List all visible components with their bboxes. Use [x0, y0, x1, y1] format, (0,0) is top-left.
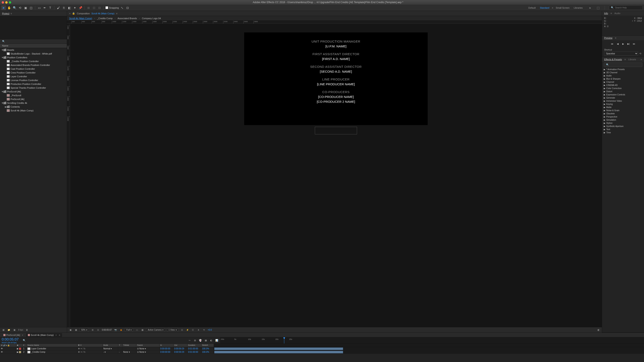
- project-item[interactable]: ▼PreScroll [4k]: [0, 90, 67, 94]
- show-channel-icon[interactable]: ◉: [119, 328, 123, 332]
- clone-tool[interactable]: ⎘: [62, 5, 66, 10]
- effect-category[interactable]: ▶Obsolete: [602, 112, 644, 115]
- more-tabs-icon[interactable]: »: [641, 58, 642, 61]
- flowchart-crumb[interactable]: Company Logo 04: [142, 17, 161, 19]
- composition-name[interactable]: Scroll 4k (Main Comp): [92, 12, 114, 15]
- axis-view-icon[interactable]: ⊟: [97, 5, 102, 10]
- project-item[interactable]: Scroll 4k (Main Comp): [0, 109, 67, 112]
- eraser-tool[interactable]: ◧: [67, 5, 72, 10]
- shy-icon[interactable]: 👻: [198, 339, 202, 343]
- text-tool[interactable]: T: [48, 5, 52, 10]
- selection-tool[interactable]: ➤: [1, 5, 6, 10]
- reset-shortcut-icon[interactable]: ⟲: [639, 52, 642, 55]
- views-dropdown[interactable]: 1 View ▾: [167, 328, 178, 332]
- roto-tool[interactable]: ✦: [72, 5, 77, 10]
- axis-world-icon[interactable]: ⊡: [92, 5, 96, 10]
- solo-column-icon[interactable]: ●: [6, 344, 7, 347]
- viewer-timecode[interactable]: 0:00:05:07: [102, 329, 112, 331]
- project-item[interactable]: ▼Position Controllers: [0, 56, 67, 59]
- last-frame-button[interactable]: ⏭: [632, 42, 636, 46]
- effect-category[interactable]: ▶3D Channel: [602, 71, 644, 74]
- effect-category[interactable]: ▶Expression Controls: [602, 93, 644, 96]
- effects-presets-tab[interactable]: Effects & Presets: [604, 58, 622, 61]
- effect-category[interactable]: ▶Simulation: [602, 118, 644, 122]
- timeline-tab[interactable]: Scroll 4k (Main Comp)×≡: [26, 333, 62, 337]
- snap-option-2-icon[interactable]: ⊡: [125, 5, 130, 10]
- effect-category[interactable]: ▶Keying: [602, 103, 644, 106]
- timeline-tabs[interactable]: PreScroll [4k]×Scroll 4k (Main Comp)×≡: [0, 333, 644, 337]
- effect-category[interactable]: ▶Matte: [602, 106, 644, 109]
- timeline-tab[interactable]: PreScroll [4k]×: [2, 333, 25, 337]
- timeline-search[interactable]: 🔍: [21, 339, 28, 343]
- flowchart-crumb[interactable]: Scroll 4k (Main Comp): [69, 17, 92, 19]
- camera-tool[interactable]: ▣: [23, 5, 28, 10]
- timeline-timecode[interactable]: 0:00:05:07: [2, 337, 18, 342]
- puppet-tool[interactable]: 📌: [78, 5, 83, 10]
- rotation-tool[interactable]: ⟲: [18, 5, 22, 10]
- brush-tool[interactable]: 🖌: [56, 5, 61, 10]
- sync-settings-icon[interactable]: ⬚: [596, 5, 600, 10]
- new-comp-icon[interactable]: ▣: [13, 328, 16, 332]
- safe-zones-icon[interactable]: ⊞: [91, 328, 94, 332]
- composition-canvas[interactable]: UNIT PRODUCTION MANAGER[U.P.M. NAME]FIRS…: [70, 23, 602, 327]
- flowchart-crumb[interactable]: _Credits Comp: [97, 17, 112, 19]
- camera-dropdown[interactable]: Active Camera ▾: [146, 328, 165, 332]
- effect-category[interactable]: ▶Immersive Video: [602, 99, 644, 103]
- effect-category[interactable]: ▶CINEMA 4D: [602, 84, 644, 87]
- new-folder-icon[interactable]: 📁: [7, 328, 10, 332]
- project-item[interactable]: StudioBinder Logo - Stacked - White.pdf: [0, 52, 67, 56]
- resolution-dropdown[interactable]: Full ▾: [125, 328, 133, 332]
- roi-icon[interactable]: ▭: [135, 328, 138, 332]
- current-time-indicator[interactable]: [284, 337, 284, 344]
- minimize-window-icon[interactable]: [5, 1, 8, 3]
- project-column-name[interactable]: Name: [0, 44, 67, 48]
- close-tab-icon[interactable]: ×: [69, 12, 70, 15]
- switches-icon-2[interactable]: ✦: [80, 344, 82, 347]
- project-item[interactable]: Production Position Controller: [0, 82, 67, 86]
- timeline-layer-row[interactable]: 👁 ▶ 1 Layer Controller ✱ ✦ / fx Normal ▾…: [0, 347, 644, 351]
- info-tab[interactable]: Info: [604, 12, 608, 14]
- timeline-ruler[interactable]: :00s5s10s15s20s25s: [220, 337, 644, 344]
- project-tree[interactable]: ▼AssetsStudioBinder Logo - Stacked - Whi…: [0, 48, 67, 327]
- project-item[interactable]: Special Thanks Position Controller: [0, 86, 67, 90]
- rectangle-tool[interactable]: ▭: [37, 5, 42, 10]
- effects-search[interactable]: 🔍: [604, 63, 642, 67]
- comp-marker-icon[interactable]: ◧: [597, 328, 600, 332]
- draft-3d-icon[interactable]: ⊞: [193, 339, 197, 343]
- effect-category[interactable]: ▶Distort: [602, 90, 644, 93]
- pen-tool[interactable]: ✒: [42, 5, 47, 10]
- next-frame-button[interactable]: ▶|: [627, 42, 630, 46]
- project-item[interactable]: Associated Brands Positioin Controller: [0, 63, 67, 67]
- play-button[interactable]: ▶: [621, 42, 625, 46]
- transparency-grid-icon[interactable]: ▦: [74, 328, 78, 332]
- workspace-more-icon[interactable]: »: [588, 5, 592, 10]
- effect-category[interactable]: ▶Noise & Grain: [602, 109, 644, 112]
- project-item[interactable]: Cast Position Controller: [0, 67, 67, 71]
- panel-menu-icon[interactable]: ≡: [116, 12, 117, 15]
- workspace-tab-small-screen[interactable]: Small Screen: [554, 6, 571, 10]
- workspace-menu-icon[interactable]: ≡: [552, 6, 553, 9]
- zoom-tool[interactable]: 🔍: [12, 5, 17, 10]
- project-item[interactable]: _PreScroll: [0, 94, 67, 97]
- reset-exposure-icon[interactable]: ⟲: [202, 328, 206, 332]
- first-frame-button[interactable]: ⏮: [610, 42, 614, 46]
- lock-icon[interactable]: 🔒: [72, 12, 75, 15]
- flowchart-crumb[interactable]: Associated Brands: [118, 17, 137, 19]
- effect-category[interactable]: ▶Color Correction: [602, 87, 644, 90]
- comp-mini-flowchart-icon[interactable]: ⤳: [188, 339, 191, 343]
- effect-category[interactable]: ▶* Animation Presets: [602, 68, 644, 71]
- close-window-icon[interactable]: [2, 1, 4, 3]
- motion-blur-icon[interactable]: ◐: [210, 339, 213, 343]
- timeline-layer-row[interactable]: 👁 ▶ 2 _Credits Comp ✱ ✦ / fx - ▾ - None …: [0, 351, 644, 354]
- workspace-tab-default[interactable]: Default: [526, 6, 537, 10]
- effect-category[interactable]: ▶Text: [602, 128, 644, 131]
- timeline-icon[interactable]: ☷: [191, 328, 195, 332]
- effect-category[interactable]: ▶Blur & Sharpen: [602, 77, 644, 80]
- effect-category[interactable]: ▶Stylize: [602, 122, 644, 125]
- frame-blend-icon[interactable]: ▦: [204, 339, 208, 343]
- effects-tree[interactable]: ▶* Animation Presets▶3D Channel▶Audio▶Bl…: [602, 68, 644, 134]
- interpret-footage-icon[interactable]: ▦: [2, 328, 5, 332]
- effect-category[interactable]: ▶Generate: [602, 96, 644, 99]
- snap-option-1-icon[interactable]: ⤡: [120, 5, 124, 10]
- video-column-icon[interactable]: 👁: [1, 344, 3, 347]
